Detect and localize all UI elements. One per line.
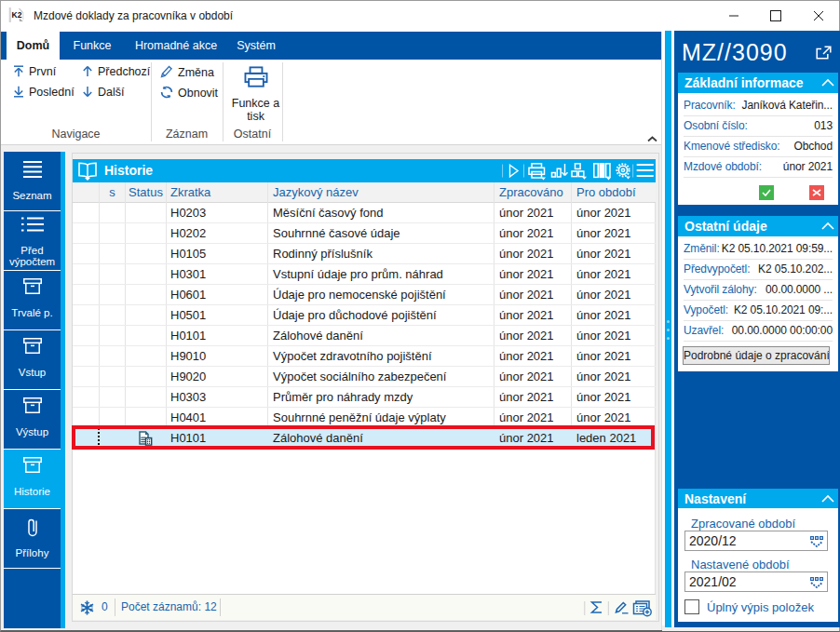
svg-text:K2: K2 [12,10,22,20]
